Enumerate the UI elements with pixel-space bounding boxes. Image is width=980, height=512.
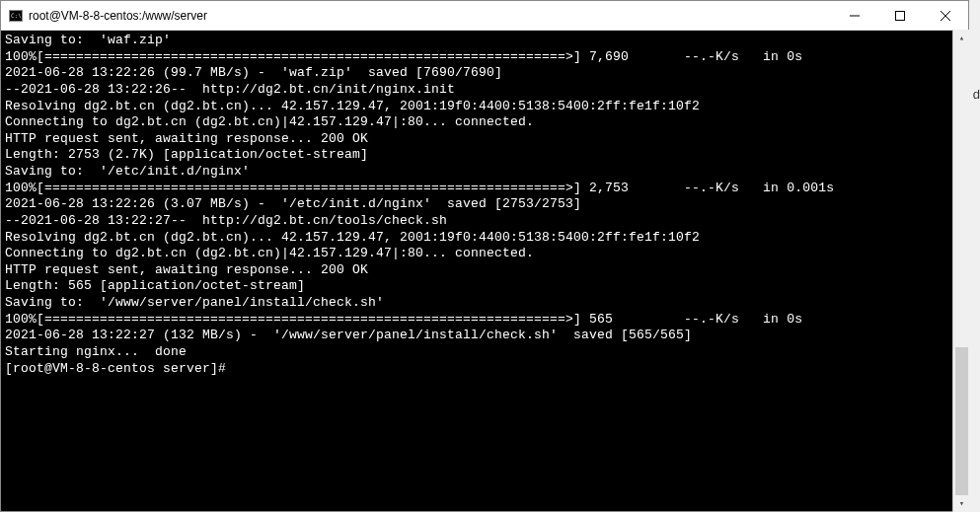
side-char: d — [973, 87, 980, 102]
terminal-line: --2021-06-28 13:22:26-- http://dg2.bt.cn… — [5, 82, 964, 99]
terminal-line: 2021-06-28 13:22:26 (99.7 MB/s) - 'waf.z… — [5, 65, 964, 82]
close-button[interactable] — [923, 1, 968, 30]
terminal-line: Length: 565 [application/octet-stream] — [5, 278, 964, 295]
terminal-line: 100%[===================================… — [5, 181, 964, 197]
terminal-line: 100%[===================================… — [5, 312, 964, 329]
maximize-icon — [895, 11, 905, 21]
scrollbar-thumb[interactable] — [955, 347, 968, 495]
svg-rect-1 — [896, 11, 905, 20]
close-icon — [941, 11, 950, 21]
terminal-line: HTTP request sent, awaiting response... … — [5, 262, 964, 279]
terminal-line: Connecting to dg2.bt.cn (dg2.bt.cn)|42.1… — [5, 246, 964, 262]
terminal-line: 2021-06-28 13:22:27 (132 MB/s) - '/www/s… — [5, 328, 964, 344]
window-title: root@VM-8-8-centos:/www/server — [29, 9, 207, 23]
terminal-line: Connecting to dg2.bt.cn (dg2.bt.cn)|42.1… — [5, 114, 964, 131]
terminal-line: Saving to: '/etc/init.d/nginx' — [5, 164, 964, 181]
titlebar[interactable]: root@VM-8-8-centos:/www/server — [1, 1, 968, 31]
scrollbar[interactable]: ▴ ▾ — [952, 30, 969, 512]
prompt-line[interactable]: [root@VM-8-8-centos server]# — [5, 361, 964, 378]
terminal-line: Length: 2753 (2.7K) [application/octet-s… — [5, 147, 964, 164]
terminal-window: root@VM-8-8-centos:/www/server Saving to… — [0, 0, 969, 512]
titlebar-controls — [832, 1, 968, 30]
shell-prompt: [root@VM-8-8-centos server]# — [5, 361, 234, 376]
terminal-line: Resolving dg2.bt.cn (dg2.bt.cn)... 42.15… — [5, 230, 964, 247]
maximize-button[interactable] — [877, 1, 923, 30]
minimize-button[interactable] — [832, 1, 877, 30]
terminal-line: Starting nginx... done — [5, 344, 964, 361]
scrollbar-down-arrow[interactable]: ▾ — [953, 495, 970, 512]
terminal-line: 100%[===================================… — [5, 49, 964, 66]
terminal-body[interactable]: Saving to: 'waf.zip'100%[===============… — [1, 31, 968, 511]
terminal-line: 2021-06-28 13:22:26 (3.07 MB/s) - '/etc/… — [5, 196, 964, 213]
terminal-line: Saving to: 'waf.zip' — [5, 33, 964, 49]
terminal-line: --2021-06-28 13:22:27-- http://dg2.bt.cn… — [5, 213, 964, 230]
titlebar-left: root@VM-8-8-centos:/www/server — [9, 9, 207, 23]
cmd-icon — [9, 10, 23, 22]
terminal-line: HTTP request sent, awaiting response... … — [5, 131, 964, 148]
minimize-icon — [850, 11, 860, 21]
terminal-line: Saving to: '/www/server/panel/install/ch… — [5, 295, 964, 312]
scrollbar-up-arrow[interactable]: ▴ — [953, 30, 970, 46]
terminal-line: Resolving dg2.bt.cn (dg2.bt.cn)... 42.15… — [5, 99, 964, 115]
